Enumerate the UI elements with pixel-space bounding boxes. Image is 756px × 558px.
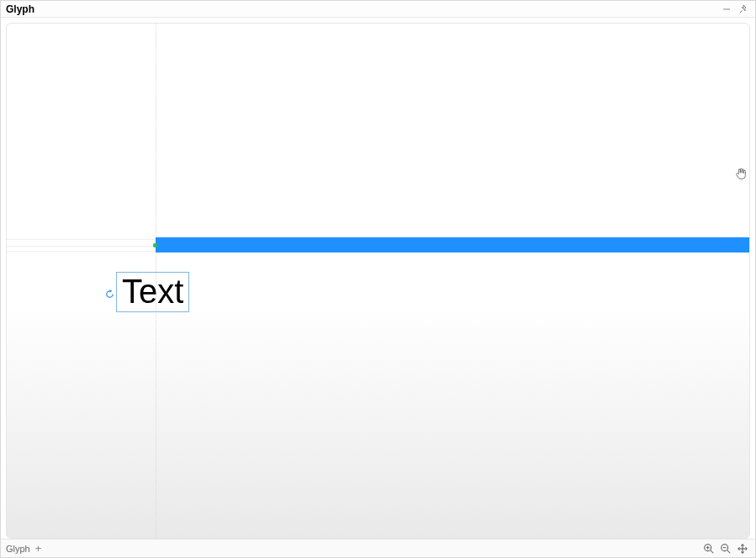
footer-tab-label: Glyph <box>6 544 30 554</box>
zoom-in-icon <box>703 543 715 555</box>
panel-titlebar: Glyph <box>1 1 755 18</box>
add-tab-button[interactable]: + <box>35 543 42 554</box>
pin-icon <box>738 4 748 14</box>
minimize-icon <box>722 4 732 14</box>
panel-footer: Glyph + <box>1 539 755 557</box>
zoom-in-button[interactable] <box>701 541 716 556</box>
hand-cursor-icon <box>734 167 749 182</box>
svg-line-1 <box>740 10 743 13</box>
minimize-button[interactable] <box>720 3 733 16</box>
zoom-out-icon <box>720 543 732 555</box>
pan-button[interactable] <box>735 541 750 556</box>
footer-tab[interactable]: Glyph <box>6 544 30 554</box>
plus-icon: + <box>35 542 42 555</box>
panel-title: Glyph <box>6 3 34 15</box>
svg-line-3 <box>711 550 714 553</box>
glyph-panel: Glyph Tex <box>0 0 756 558</box>
glyph-canvas[interactable]: Text <box>6 23 750 539</box>
rotate-handle[interactable] <box>104 289 114 299</box>
rotate-icon <box>105 290 114 299</box>
anchor-point[interactable] <box>153 243 157 247</box>
text-content: Text <box>122 273 183 310</box>
pan-icon <box>737 543 748 555</box>
text-object[interactable]: Text <box>116 272 189 312</box>
pin-button[interactable] <box>737 3 750 16</box>
rectangle-shape[interactable] <box>156 237 749 252</box>
zoom-out-button[interactable] <box>718 541 733 556</box>
svg-line-7 <box>727 550 731 553</box>
